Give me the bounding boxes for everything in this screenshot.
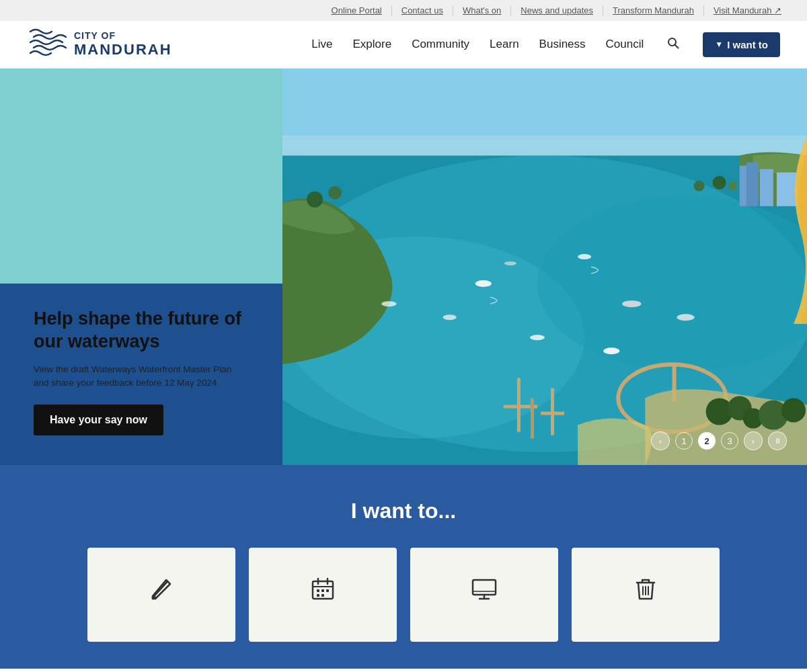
carousel-dot-1[interactable]: 1 (675, 432, 693, 450)
i-want-to-button[interactable]: ▼ I want to (703, 32, 780, 57)
cards-row (27, 548, 780, 642)
have-your-say-button[interactable]: Have your say now (34, 405, 163, 435)
online-portal-link[interactable]: Online Portal (322, 4, 391, 17)
logo-text: CITY OF MANDURAH (74, 31, 172, 58)
carousel-dot-2[interactable]: 2 (698, 432, 716, 450)
logo-waves-icon (27, 28, 67, 61)
svg-point-32 (728, 181, 738, 191)
svg-point-31 (713, 176, 726, 190)
svg-rect-45 (321, 589, 324, 592)
svg-point-29 (328, 186, 342, 200)
pause-icon: ⏸ (774, 437, 781, 445)
i-want-to-label: I want to (727, 39, 768, 50)
visit-mandurah-link[interactable]: Visit Mandurah ↗ (704, 4, 791, 17)
i-want-to-section: I want to... (0, 465, 807, 669)
card-3[interactable] (410, 548, 558, 642)
contact-us-link[interactable]: Contact us (392, 4, 453, 17)
nav-explore[interactable]: Explore (353, 38, 392, 51)
svg-rect-46 (326, 589, 329, 592)
svg-point-23 (443, 314, 457, 320)
search-icon (666, 36, 680, 50)
svg-point-20 (578, 254, 591, 259)
svg-rect-11 (746, 163, 759, 206)
whats-on-link[interactable]: What's on (453, 4, 510, 17)
nav-business[interactable]: Business (539, 38, 586, 51)
i-want-to-heading: I want to... (27, 499, 780, 523)
svg-point-22 (530, 335, 545, 340)
logo-city-of: CITY OF (74, 31, 172, 41)
nav-learn[interactable]: Learn (490, 38, 518, 51)
carousel-prev-button[interactable]: ‹ (651, 431, 670, 450)
hero-image (281, 69, 807, 465)
logo-link[interactable]: CITY OF MANDURAH (27, 28, 172, 61)
card-4[interactable] (572, 548, 720, 642)
hero-description: View the draft Waterways Waterfront Mast… (34, 363, 249, 390)
dropdown-arrow-icon: ▼ (715, 40, 723, 49)
svg-rect-3 (281, 136, 807, 156)
transform-mandurah-link[interactable]: Transform Mandurah (603, 4, 703, 17)
main-nav: Live Explore Community Learn Business Co… (311, 32, 780, 57)
nav-community[interactable]: Community (412, 38, 469, 51)
svg-rect-44 (317, 589, 319, 592)
svg-rect-47 (317, 594, 319, 597)
hero-heading: Help shape the future of our waterways (34, 308, 249, 353)
card-1[interactable] (87, 548, 235, 642)
trash-icon (631, 575, 660, 610)
svg-rect-48 (321, 594, 324, 597)
card-2[interactable] (249, 548, 397, 642)
svg-point-28 (307, 192, 323, 208)
hero-teal-top (0, 69, 282, 284)
nav-council[interactable]: Council (606, 38, 644, 51)
hero-section: Help shape the future of our waterways V… (0, 69, 807, 465)
site-header: CITY OF MANDURAH Live Explore Community … (0, 21, 807, 69)
svg-rect-49 (473, 580, 496, 595)
svg-rect-18 (541, 412, 564, 415)
yellow-decor (760, 136, 807, 324)
logo-mandurah: MANDURAH (74, 42, 172, 58)
svg-point-26 (677, 314, 695, 321)
svg-line-1 (675, 44, 679, 48)
svg-point-27 (381, 301, 396, 306)
carousel-pause-button[interactable]: ⏸ (768, 431, 787, 450)
carousel-controls: ‹ 1 2 3 › ⏸ (651, 431, 787, 450)
screen-icon (470, 575, 498, 610)
svg-point-19 (475, 280, 492, 287)
svg-point-37 (781, 398, 806, 423)
svg-point-21 (622, 300, 641, 307)
hero-content-area: Help shape the future of our waterways V… (0, 284, 282, 465)
carousel-dot-3[interactable]: 3 (721, 432, 738, 450)
svg-point-24 (603, 347, 619, 354)
pencil-icon (147, 575, 176, 610)
svg-point-25 (504, 261, 516, 265)
carousel-next-button[interactable]: › (744, 431, 763, 450)
hero-waterway-image (281, 69, 807, 465)
utility-bar: Online Portal Contact us What's on News … (0, 0, 807, 21)
svg-rect-16 (531, 398, 534, 439)
svg-point-30 (694, 181, 705, 192)
search-button[interactable] (664, 34, 683, 56)
nav-live[interactable]: Live (311, 38, 332, 51)
calendar-icon (309, 575, 337, 610)
news-updates-link[interactable]: News and updates (511, 4, 603, 17)
